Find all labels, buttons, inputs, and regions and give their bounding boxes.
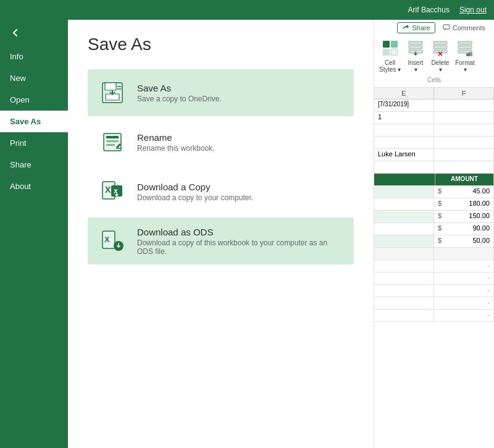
content-panel: Save As Save As Save a copy to OneDrive. xyxy=(68,20,374,448)
svg-rect-21 xyxy=(409,46,422,49)
sidebar-item-about[interactable]: About xyxy=(0,175,68,197)
option-download-ods-subtitle: Download a copy of this workbook to your… xyxy=(137,239,344,256)
svg-rect-23 xyxy=(433,41,447,44)
name-cell[interactable]: Luke Larsen xyxy=(374,149,434,161)
amount-cell-3: $ 150.00 xyxy=(434,211,494,222)
cell-styles-group[interactable]: CellStyles ▾ xyxy=(379,38,401,73)
date-cell[interactable]: [7/31/2019] xyxy=(374,99,434,111)
insert-group[interactable]: Insert▾ xyxy=(406,38,425,73)
sidebar-item-saveas[interactable]: Save As xyxy=(0,111,68,132)
empty-cell xyxy=(434,99,494,111)
share-button[interactable]: Share xyxy=(397,22,435,33)
option-save-as-title: Save As xyxy=(137,83,222,93)
table-row: AMOUNT xyxy=(374,174,494,186)
signout-button[interactable]: Sign out xyxy=(459,6,487,14)
amount-cell-1: $ 45.00 xyxy=(434,186,494,198)
download-ods-icon: X xyxy=(98,226,127,256)
table-row: $ 50.00 xyxy=(374,235,494,248)
main-area: Info New Open Save As Print Share About … xyxy=(0,20,494,448)
table-row: [7/31/2019] xyxy=(374,99,494,112)
option-download-copy-title: Download a Copy xyxy=(137,182,253,192)
table-row xyxy=(374,137,494,149)
sidebar: Info New Open Save As Print Share About xyxy=(0,20,68,448)
delete-group[interactable]: Delete▾ xyxy=(430,38,450,73)
svg-rect-5 xyxy=(106,140,119,142)
svg-rect-1 xyxy=(105,83,116,90)
top-bar: Arif Bacchus Sign out xyxy=(0,0,494,20)
table-row: $ 180.00 xyxy=(374,198,494,211)
insert-label: Insert▾ xyxy=(408,59,424,73)
table-row: Luke Larsen xyxy=(374,149,494,161)
insert-icon xyxy=(406,38,425,58)
svg-rect-29 xyxy=(458,46,472,49)
option-rename[interactable]: Rename Rename this workbook. xyxy=(88,119,354,166)
format-label: Format▾ xyxy=(455,59,475,73)
option-download-ods-title: Download as ODS xyxy=(137,227,344,237)
table-row: - xyxy=(374,260,494,273)
empty-cell-2 xyxy=(434,112,494,124)
comments-button[interactable]: Comments xyxy=(440,23,488,33)
ribbon-strip: Share Comments xyxy=(374,20,494,88)
sidebar-item-open[interactable]: Open xyxy=(0,89,68,111)
option-download-copy[interactable]: X x Download a Copy Download a copy to y… xyxy=(88,168,354,215)
delete-icon xyxy=(430,38,450,58)
svg-text:x: x xyxy=(114,187,118,195)
ribbon-buttons-row: CellStyles ▾ Insert▾ xyxy=(378,36,490,75)
format-group[interactable]: Format▾ xyxy=(455,38,475,73)
download-copy-icon: X x xyxy=(98,177,127,206)
option-save-as[interactable]: Save As Save a copy to OneDrive. xyxy=(88,69,354,116)
table-row xyxy=(374,124,494,137)
col-f-header: F xyxy=(434,88,494,99)
amount-cell-5: $ 50.00 xyxy=(434,235,494,247)
table-row: $ 45.00 xyxy=(374,186,494,198)
format-icon xyxy=(455,38,475,58)
svg-text:X: X xyxy=(105,185,111,195)
rename-icon xyxy=(98,127,127,157)
svg-rect-6 xyxy=(106,144,115,146)
spreadsheet-preview: Share Comments xyxy=(374,20,494,448)
svg-text:X: X xyxy=(104,235,110,244)
table-row xyxy=(374,161,494,174)
svg-rect-20 xyxy=(409,41,422,44)
page-title: Save As xyxy=(88,35,354,54)
svg-rect-32 xyxy=(466,53,470,56)
table-row: - xyxy=(374,285,494,297)
option-download-copy-subtitle: Download a copy to your computer. xyxy=(137,193,253,202)
grid-rows: [7/31/2019] 1 L xyxy=(374,99,494,322)
svg-rect-16 xyxy=(383,41,390,48)
table-row: 1 xyxy=(374,112,494,124)
svg-rect-28 xyxy=(458,41,472,44)
col-e-header: E xyxy=(374,88,434,99)
amount-header: AMOUNT xyxy=(435,174,494,185)
grid-area: E F [7/31/2019] 1 xyxy=(374,88,494,448)
column-headers: E F xyxy=(374,88,494,99)
table-row: - xyxy=(374,273,494,285)
sidebar-item-print[interactable]: Print xyxy=(0,132,68,154)
save-as-icon xyxy=(98,78,127,108)
svg-rect-25 xyxy=(433,50,447,53)
svg-rect-18 xyxy=(383,49,390,56)
option-rename-title: Rename xyxy=(137,132,214,143)
ribbon-cells-label: Cells xyxy=(378,77,490,83)
svg-rect-17 xyxy=(391,41,398,48)
sidebar-item-info[interactable]: Info xyxy=(0,46,68,67)
option-save-as-subtitle: Save a copy to OneDrive. xyxy=(137,95,222,103)
svg-rect-15 xyxy=(443,25,450,29)
table-row: $ 90.00 xyxy=(374,223,494,235)
amount-cell-4: $ 90.00 xyxy=(434,223,494,235)
svg-rect-4 xyxy=(106,136,119,138)
username-label: Arif Bacchus xyxy=(408,6,450,14)
table-row xyxy=(374,248,494,260)
amount-cell-2: $ 180.00 xyxy=(434,198,494,210)
cell-styles-icon xyxy=(380,38,400,58)
back-button[interactable] xyxy=(0,20,68,46)
option-download-ods[interactable]: X Download as ODS Download a copy of thi… xyxy=(88,218,354,264)
svg-rect-19 xyxy=(391,49,398,56)
option-rename-subtitle: Rename this workbook. xyxy=(137,144,214,153)
table-row: - xyxy=(374,297,494,310)
sidebar-item-share[interactable]: Share xyxy=(0,154,68,175)
number-cell[interactable]: 1 xyxy=(374,112,434,124)
table-row: $ 150.00 xyxy=(374,211,494,223)
sidebar-item-new[interactable]: New xyxy=(0,67,68,89)
ribbon-top-row: Share Comments xyxy=(378,22,490,33)
